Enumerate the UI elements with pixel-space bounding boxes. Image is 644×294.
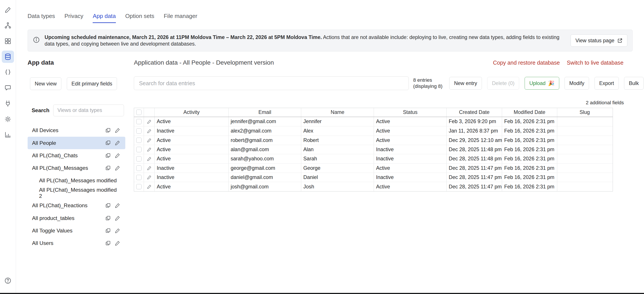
view-status-page-button[interactable]: View status page bbox=[570, 34, 627, 46]
switch-to-live-database-link[interactable]: Switch to live database bbox=[567, 60, 624, 66]
modify-button[interactable]: Modify bbox=[564, 77, 589, 90]
bulk-button[interactable]: Bulk bbox=[624, 77, 644, 90]
copy-icon[interactable] bbox=[105, 215, 111, 221]
edit-primary-fields-button[interactable]: Edit primary fields bbox=[67, 77, 117, 90]
logs-icon[interactable] bbox=[2, 128, 14, 141]
view-list-item[interactable]: All PL(Chat)_Messages bbox=[28, 162, 125, 174]
tab[interactable]: Privacy bbox=[64, 13, 83, 23]
view-label: All People bbox=[32, 140, 56, 146]
tab[interactable]: File manager bbox=[164, 13, 197, 23]
copy-icon[interactable] bbox=[105, 128, 111, 133]
row-checkbox[interactable] bbox=[136, 128, 142, 134]
app-data-editor: Data typesPrivacyApp dataOption setsFile… bbox=[0, 0, 644, 294]
tab[interactable]: App data bbox=[93, 13, 116, 23]
row-checkbox[interactable] bbox=[136, 175, 142, 180]
view-list-item[interactable]: All People bbox=[28, 137, 125, 149]
data-controls: 8 entries (displaying 8) New entry Delet… bbox=[134, 76, 632, 90]
edit-icon[interactable] bbox=[114, 228, 120, 234]
table-row: Active alan@gmail.com Alan Inactive Dec … bbox=[134, 145, 612, 154]
design-icon[interactable] bbox=[2, 4, 14, 16]
delete-button[interactable]: Delete (0) bbox=[487, 77, 519, 90]
workflow-icon[interactable] bbox=[2, 19, 14, 32]
edit-entry-icon[interactable] bbox=[147, 156, 152, 162]
row-checkbox[interactable] bbox=[136, 156, 142, 162]
cell-created-date: Dec 29, 2025 12:10 am bbox=[447, 136, 502, 145]
copy-icon[interactable] bbox=[105, 140, 111, 146]
main-content: Data typesPrivacyApp dataOption setsFile… bbox=[16, 0, 644, 250]
edit-entry-icon[interactable] bbox=[147, 138, 152, 143]
edit-icon[interactable] bbox=[114, 165, 120, 171]
edit-entry-icon[interactable] bbox=[147, 175, 152, 180]
new-entry-button[interactable]: New entry bbox=[449, 77, 482, 90]
cell-email: alan@gmail.com bbox=[229, 145, 302, 154]
cell-slug bbox=[557, 164, 612, 173]
cell-status: Inactive bbox=[374, 145, 447, 154]
views-search-row: Search bbox=[32, 104, 124, 116]
row-edit-cell bbox=[144, 126, 155, 136]
edit-entry-icon[interactable] bbox=[147, 119, 152, 124]
view-list-item[interactable]: All Toggle Values bbox=[28, 224, 125, 237]
view-item-actions bbox=[105, 165, 120, 171]
export-button[interactable]: Export bbox=[594, 77, 619, 90]
entries-count-line2: (displaying 8) bbox=[413, 83, 448, 90]
edit-icon[interactable] bbox=[114, 203, 120, 208]
edit-icon[interactable] bbox=[114, 153, 120, 158]
tab[interactable]: Data types bbox=[28, 13, 55, 23]
copy-icon[interactable] bbox=[105, 165, 111, 171]
edit-icon[interactable] bbox=[114, 128, 120, 133]
edit-entry-icon[interactable] bbox=[147, 128, 152, 134]
copy-restore-database-link[interactable]: Copy and restore database bbox=[493, 60, 560, 66]
view-list-item[interactable]: All Users bbox=[28, 237, 125, 249]
views-search-input[interactable] bbox=[53, 104, 124, 116]
copy-icon[interactable] bbox=[105, 153, 111, 158]
row-checkbox[interactable] bbox=[136, 147, 142, 152]
tab[interactable]: Option sets bbox=[125, 13, 154, 23]
edit-entry-icon[interactable] bbox=[147, 166, 152, 171]
view-list-item[interactable]: All Devices bbox=[28, 124, 125, 137]
views-search-label: Search bbox=[32, 107, 49, 114]
row-checkbox[interactable] bbox=[136, 138, 142, 143]
new-view-button[interactable]: New view bbox=[30, 77, 61, 90]
view-status-page-label: View status page bbox=[576, 38, 614, 44]
view-list-item[interactable]: All PL(Chat)_Messages modified bbox=[28, 174, 125, 187]
upload-button[interactable]: Upload 🎉 bbox=[524, 77, 559, 90]
cell-name: Daniel bbox=[301, 173, 374, 182]
cell-name: Jennifer bbox=[301, 117, 374, 126]
row-checkbox[interactable] bbox=[136, 184, 142, 189]
edit-entry-icon[interactable] bbox=[147, 184, 152, 189]
cell-status: Inactive bbox=[374, 154, 447, 163]
table-row: Inactive george@gmail.com George Active … bbox=[134, 164, 612, 173]
column-header: Modified Date bbox=[502, 108, 557, 117]
data-search-input[interactable] bbox=[134, 76, 408, 90]
cell-created-date: Dec 28, 2025 11:47 pm bbox=[447, 173, 502, 182]
copy-icon[interactable] bbox=[105, 228, 111, 234]
view-list-item[interactable]: All PL(Chat)_Reactions bbox=[28, 199, 125, 212]
edit-icon[interactable] bbox=[114, 240, 120, 246]
view-list-item[interactable]: All PL(Chat)_Chats bbox=[28, 149, 125, 162]
database-icon[interactable] bbox=[2, 50, 14, 63]
edit-icon[interactable] bbox=[114, 140, 120, 146]
cell-created-date: Dec 28, 2025 11:47 pm bbox=[447, 164, 502, 173]
view-list-item[interactable]: All PL(Chat)_Messages modified 2 bbox=[28, 187, 125, 199]
copy-icon[interactable] bbox=[105, 203, 111, 208]
row-checkbox[interactable] bbox=[136, 119, 142, 124]
settings-icon[interactable] bbox=[2, 113, 14, 125]
view-label: All Toggle Values bbox=[32, 228, 72, 234]
edit-entry-icon[interactable] bbox=[147, 147, 152, 152]
pages-icon[interactable] bbox=[2, 35, 14, 47]
row-edit-cell bbox=[144, 173, 155, 182]
copy-icon[interactable] bbox=[105, 240, 111, 246]
help-icon[interactable] bbox=[2, 274, 14, 287]
data-area: Application data - All People - Developm… bbox=[134, 59, 632, 249]
edit-icon[interactable] bbox=[114, 215, 120, 221]
row-checkbox[interactable] bbox=[136, 166, 142, 171]
comments-icon[interactable] bbox=[2, 82, 14, 94]
column-header: Name bbox=[301, 108, 374, 117]
column-header: Activity bbox=[155, 108, 229, 117]
cell-modified-date: Feb 16, 2026 2:31 pm bbox=[502, 173, 557, 182]
code-icon[interactable] bbox=[2, 66, 14, 78]
plugin-icon[interactable] bbox=[2, 97, 14, 110]
select-all-checkbox[interactable] bbox=[136, 110, 142, 115]
cell-slug bbox=[557, 182, 612, 191]
view-list-item[interactable]: All product_tables bbox=[28, 212, 125, 224]
